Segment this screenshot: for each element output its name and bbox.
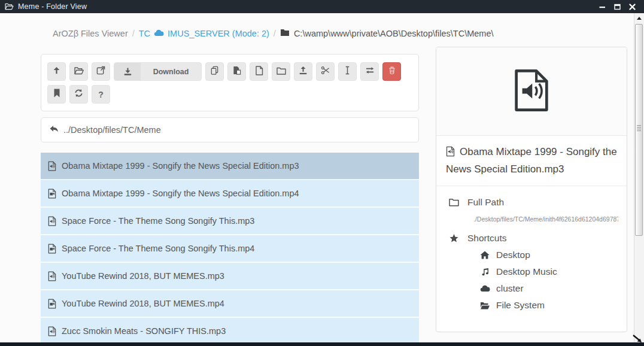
scrollbar-thumb[interactable] — [635, 24, 643, 236]
current-directory-bar[interactable]: ../Desktop/files/TC/Meme — [41, 117, 419, 142]
shortcut-item[interactable]: Desktop — [479, 250, 618, 260]
shortcuts-label: Shortcuts — [467, 233, 506, 244]
maximize-button[interactable] — [614, 4, 621, 10]
list-item[interactable]: Space Force - The Theme Song Songify Thi… — [41, 208, 419, 235]
resize-handle-icon[interactable] — [632, 334, 643, 346]
go-up-button[interactable] — [47, 62, 66, 81]
shortcut-item[interactable]: Desktop Music — [479, 266, 618, 277]
breadcrumb-current-path: C:\wamp\www\private\AOB\Desktop\files\TC… — [280, 29, 494, 38]
open-external-button[interactable] — [92, 62, 110, 81]
copy-icon — [210, 66, 219, 77]
file-type-icon — [48, 326, 56, 336]
refresh-icon — [74, 89, 83, 100]
bookmark-icon — [53, 89, 60, 100]
breadcrumb-separator: / — [132, 29, 135, 38]
full-path-value: ./Desktop/files/TC/Meme/inith4f62616d612… — [473, 216, 618, 223]
list-item[interactable]: YouTube Rewind 2018, BUT MEMES.mp4 — [41, 290, 419, 318]
cut-button[interactable] — [316, 62, 335, 81]
list-item[interactable]: Obama Mixtape 1999 - Songify the News Sp… — [41, 180, 419, 208]
window-bottom-edge — [0, 342, 644, 346]
audio-file-icon — [513, 68, 550, 116]
preview-filename-label: Obama Mixtape 1999 - Songify the News Sp… — [446, 146, 617, 175]
list-item[interactable]: Zucc Smokin Meats - SONGIFY THIS.mp3 — [41, 318, 419, 345]
shortcut-label: cluster — [496, 283, 524, 294]
close-button[interactable] — [629, 4, 636, 10]
current-path-label: C:\wamp\www\private\AOB\Desktop\files\TC… — [294, 29, 494, 38]
text-cursor-icon — [344, 66, 351, 77]
download-icon — [114, 63, 141, 80]
titlebar: Meme - Folder View — [0, 0, 644, 13]
audio-file-icon — [446, 146, 455, 162]
minimize-button[interactable] — [599, 4, 606, 10]
new-file-icon — [255, 66, 263, 78]
scissors-icon — [321, 66, 330, 77]
download-button[interactable]: Download — [114, 62, 202, 81]
move-button[interactable] — [360, 62, 379, 81]
copy-button[interactable] — [205, 62, 224, 81]
delete-button[interactable] — [382, 62, 401, 81]
folder-open-icon — [480, 302, 490, 309]
external-link-icon — [96, 66, 105, 77]
shortcut-label: File System — [496, 300, 545, 311]
upload-button[interactable] — [294, 62, 312, 81]
preview-filename: Obama Mixtape 1999 - Songify the News Sp… — [436, 136, 627, 186]
file-type-icon — [48, 299, 56, 309]
shortcut-item[interactable]: File System — [479, 300, 618, 311]
new-folder-button[interactable] — [272, 62, 290, 81]
swap-arrows-icon — [365, 66, 375, 77]
preview-panel: Obama Mixtape 1999 - Songify the News Sp… — [436, 47, 627, 332]
trash-icon — [388, 66, 396, 77]
breadcrumb-server-link[interactable]: TC IMUS_SERVER (Mode: 2) — [139, 29, 269, 38]
bookmark-button[interactable] — [47, 85, 66, 104]
refresh-button[interactable] — [69, 85, 88, 104]
preview-details: Full Path ./Desktop/files/TC/Meme/inith4… — [436, 186, 627, 326]
scrollbar-grip — [637, 125, 641, 132]
new-file-button[interactable] — [250, 62, 268, 81]
scroll-up-arrow[interactable] — [634, 13, 644, 23]
paste-icon — [232, 66, 241, 77]
window-title: Meme - Folder View — [18, 2, 87, 11]
file-list: Obama Mixtape 1999 - Songify the News Sp… — [41, 153, 419, 345]
list-item[interactable]: YouTube Rewind 2018, BUT MEMES.mp3 — [41, 263, 419, 290]
star-icon — [448, 233, 459, 243]
shortcut-list: Desktop Desktop Music — [479, 250, 618, 311]
rename-button[interactable] — [338, 62, 357, 81]
shortcut-label: Desktop — [496, 250, 530, 260]
music-note-icon — [481, 268, 489, 277]
folder-open-icon — [74, 66, 84, 77]
vertical-scrollbar[interactable] — [634, 13, 644, 346]
file-type-icon — [48, 271, 56, 281]
upload-icon — [299, 66, 308, 77]
file-name-label: Zucc Smokin Meats - SONGIFY THIS.mp3 — [62, 326, 226, 336]
open-button[interactable] — [69, 62, 88, 81]
arrow-up-icon — [52, 66, 61, 77]
cloud-icon — [154, 29, 164, 38]
file-name-label: YouTube Rewind 2018, BUT MEMES.mp4 — [62, 299, 224, 308]
file-type-icon — [48, 189, 56, 199]
shortcut-label: Desktop Music — [496, 266, 557, 277]
shortcut-item[interactable]: cluster — [479, 283, 618, 294]
server-label: IMUS_SERVER (Mode: 2) — [168, 29, 269, 38]
file-name-label: Obama Mixtape 1999 - Songify the News Sp… — [62, 161, 299, 171]
full-path-label: Full Path — [467, 197, 504, 208]
file-name-label: YouTube Rewind 2018, BUT MEMES.mp3 — [62, 271, 224, 281]
current-directory-label: ../Desktop/files/TC/Meme — [63, 125, 161, 135]
file-type-icon — [48, 216, 56, 226]
file-name-label: Space Force - The Theme Song Songify Thi… — [62, 216, 254, 226]
toolbar: Download ? — [41, 54, 419, 111]
back-arrow-icon — [49, 125, 59, 135]
drive-label: TC — [139, 29, 150, 38]
folder-outline-icon — [448, 198, 459, 207]
folder-icon — [280, 29, 290, 38]
breadcrumb-app-name[interactable]: ArOZβ Files Viewer — [53, 29, 128, 38]
file-explorer-window: Meme - Folder View ArOZβ Files Viewer / … — [0, 0, 644, 346]
file-type-icon — [48, 161, 56, 171]
breadcrumb: ArOZβ Files Viewer / TC IMUS_SERVER (Mod… — [53, 29, 493, 38]
full-path-section: Full Path — [448, 197, 618, 208]
question-icon: ? — [98, 90, 104, 99]
shortcuts-section: Shortcuts — [448, 233, 618, 244]
list-item[interactable]: Obama Mixtape 1999 - Songify the News Sp… — [41, 153, 419, 180]
help-button[interactable]: ? — [92, 85, 110, 104]
list-item[interactable]: Space Force - The Theme Song Songify Thi… — [41, 235, 419, 263]
paste-button[interactable] — [227, 62, 246, 81]
